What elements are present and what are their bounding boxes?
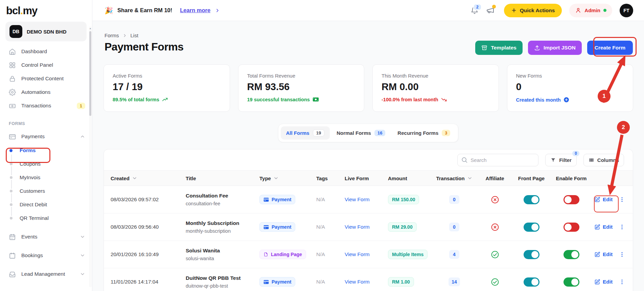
col-header-title: Title [186,175,259,181]
enable-form-toggle[interactable] [564,250,579,259]
breadcrumb-list: List [131,33,138,38]
row-menu-button[interactable] [619,251,625,258]
col-header-created[interactable]: Created [111,175,186,181]
check-circle-icon [491,278,499,286]
sidebar-item-customers[interactable]: Customers [0,184,92,198]
cell-transaction: 4 [431,250,478,259]
cell-enable-form [551,195,592,204]
front-page-toggle[interactable] [524,250,539,259]
edit-button[interactable]: Edit [594,251,613,257]
enable-form-toggle[interactable] [564,277,579,287]
sidebar-item-forms[interactable]: Forms [0,144,92,157]
admin-menu[interactable]: Admin [569,4,612,17]
quick-actions-label: Quick Actions [520,7,555,14]
enable-form-toggle[interactable] [564,195,579,204]
view-form-link[interactable]: View Form [345,224,370,230]
view-form-link[interactable]: View Form [345,251,370,257]
col-header-enable-form: Enable Form [551,175,592,181]
user-avatar[interactable]: FT [620,4,633,17]
columns-icon [589,157,594,163]
filter-button[interactable]: Filter 0 [545,154,577,166]
import-json-button[interactable]: Import JSON [528,41,582,55]
sort-chevron-icon [273,175,279,181]
cell-actions: Edit [592,251,627,258]
sidebar-item-label: Automations [21,89,50,95]
type-badge: Landing Page [259,250,306,259]
sort-chevron-icon [132,175,137,181]
sidebar-item-automations[interactable]: Automations [0,85,92,99]
tab-normal-forms[interactable]: Normal Forms 16 [331,126,391,140]
columns-button[interactable]: Columns [583,154,624,166]
notifications-bell-button[interactable]: 2 [470,6,479,15]
col-header-type[interactable]: Type [259,175,316,181]
cell-affiliate [478,278,512,286]
front-page-toggle[interactable] [524,223,539,232]
grid-icon [9,62,16,69]
cell-actions: Edit [592,196,627,203]
sidebar-item-dashboard[interactable]: Dashboard [0,45,92,58]
transaction-count-badge: 0 [449,223,459,231]
stat-card-total-revenue: Total Forms Revenue RM 93.56 19 successf… [238,64,365,112]
kebab-menu-icon [619,224,625,230]
front-page-toggle[interactable] [524,195,539,204]
stat-subtext: -100.0% from last month [382,97,490,102]
sidebar-item-control-panel[interactable]: Control Panel [0,58,92,72]
tab-label: Normal Forms [337,130,371,136]
breadcrumb-forms[interactable]: Forms [105,33,119,38]
sidebar-scrollbar[interactable]: ▲ [89,26,92,287]
cell-created: 08/03/2026 09:57:02 [111,196,186,203]
sidebar-group-events[interactable]: Events [0,230,92,244]
forms-table-card: Filter 0 Columns Created Title Type Tags… [104,149,633,291]
cell-created: 11/01/2026 14:17:04 [111,279,186,285]
cell-front-page [512,277,551,287]
view-form-link[interactable]: View Form [345,196,370,202]
learn-more-link[interactable]: Learn more [180,7,210,14]
row-menu-button[interactable] [619,278,625,285]
cell-live-form: View Form [345,251,388,257]
admin-label: Admin [584,7,600,13]
bullet-dot [10,217,13,220]
sidebar-item-protected-content[interactable]: Protected Content [0,72,92,85]
tab-all-forms[interactable]: All Forms 19 [281,126,330,140]
front-page-toggle[interactable] [524,277,539,287]
sidebar-item-qr-terminal[interactable]: QR Terminal [0,211,92,225]
create-form-button[interactable]: Create Form [587,41,633,55]
org-switcher[interactable]: DB DEMO SDN BHD [5,22,87,41]
edit-button[interactable]: Edit [594,196,613,203]
breadcrumb: Forms List [105,33,138,38]
scrollbar-thumb[interactable] [89,31,91,116]
trend-up-icon [162,97,168,102]
edit-button[interactable]: Edit [594,279,613,285]
edit-pencil-icon [594,196,600,203]
announcements-button[interactable] [486,6,495,15]
sidebar-group-bookings[interactable]: Bookings [0,248,92,263]
edit-button[interactable]: Edit [594,224,613,230]
row-menu-button[interactable] [619,196,625,203]
sidebar-item-myinvois[interactable]: MyInvois [0,171,92,184]
quick-actions-button[interactable]: Quick Actions [504,4,562,17]
cell-enable-form [551,277,592,287]
columns-label: Columns [597,157,619,163]
view-form-link[interactable]: View Form [345,279,370,285]
edit-pencil-icon [594,251,600,257]
main-content: Forms List Payment Forms Templates Impor… [92,21,644,291]
search-input[interactable] [457,154,538,166]
toggle-knob [531,224,538,231]
logo-text: bcl [6,5,20,17]
scrollbar-up-arrow[interactable]: ▲ [89,27,92,29]
templates-button[interactable]: Templates [475,41,523,55]
sidebar-item-direct-debit[interactable]: Direct Debit [0,198,92,211]
sidebar-group-payments[interactable]: Payments [0,129,92,144]
row-menu-button[interactable] [619,224,625,230]
enable-form-toggle[interactable] [564,223,579,232]
col-header-transaction[interactable]: Transaction [431,175,478,181]
sidebar-group-lead-management[interactable]: Lead Management [0,267,92,281]
sidebar-item-transactions[interactable]: Transactions 1 [0,99,92,112]
brand-logo[interactable]: bcl.my [0,0,92,17]
bullet-dot [9,149,13,152]
logo-text-2: my [23,5,37,17]
sidebar-item-label: Coupons [20,161,41,167]
sidebar-item-coupons[interactable]: Coupons [0,157,92,171]
tab-recurring-forms[interactable]: Recurring Forms 3 [392,126,456,140]
sidebar-section-forms: FORMS [0,121,92,128]
